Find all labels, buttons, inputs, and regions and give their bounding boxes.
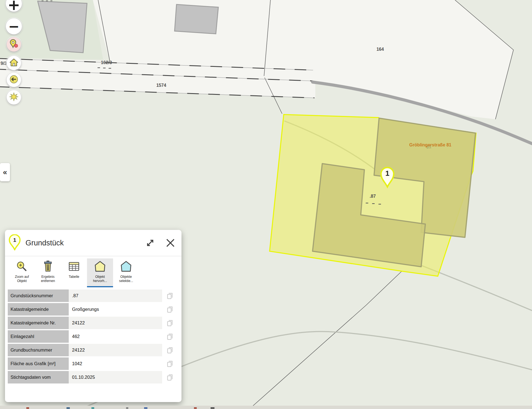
tool-label: Zoom auf <box>15 275 29 279</box>
row-label: Katastralgemeinde <box>8 303 69 316</box>
copy-icon <box>166 360 173 368</box>
table-row: Fläche aus Grafik [m²] 1042 <box>8 357 178 370</box>
close-icon <box>165 237 176 248</box>
copy-icon <box>166 374 173 381</box>
copy-button[interactable] <box>162 357 178 370</box>
row-value: 01.10.2025 <box>69 371 162 383</box>
row-value: 24122 <box>69 344 162 356</box>
copy-icon <box>166 292 173 300</box>
table-row: Grundstücksnummer .87 <box>8 289 178 302</box>
table-icon <box>68 260 80 274</box>
plus-icon: + <box>7 0 20 12</box>
parcel-label-87: .87 <box>370 194 376 199</box>
trash-icon <box>42 260 54 274</box>
compass-star-icon <box>9 92 19 103</box>
tool-label: Objekt <box>17 279 27 283</box>
home-icon <box>9 57 19 69</box>
orientation-button[interactable] <box>7 90 21 105</box>
copy-button[interactable] <box>162 303 178 316</box>
row-value: 462 <box>69 330 162 343</box>
zoom-in-button[interactable]: + <box>6 0 22 12</box>
attribute-table: Grundstücksnummer .87 Katastralgemeinde … <box>8 289 178 383</box>
parcel-label-164: 164 <box>377 47 384 52</box>
expand-icon <box>145 238 155 248</box>
map-pin-red-badge-icon <box>9 39 19 50</box>
highlight-object-button[interactable]: Objekt hervorh... <box>87 258 113 287</box>
panel-header: 1 Grundstück <box>5 230 181 256</box>
result-pin-badge-icon: 1 <box>8 234 21 252</box>
tool-label: selektie... <box>119 279 133 283</box>
close-panel-button[interactable] <box>165 237 176 248</box>
row-label: Stichtagsdaten vom <box>8 371 69 383</box>
tool-label: hervorh... <box>93 279 107 283</box>
panel-toolbar: Zoom auf Objekt Ergebnis entfernen <box>5 256 181 287</box>
copy-button[interactable] <box>162 317 178 329</box>
arrow-left-icon <box>9 74 19 85</box>
table-row: Grundbuchsnummer 24122 <box>8 344 178 356</box>
location-marker-button[interactable] <box>7 37 21 52</box>
tool-label: Objekte <box>120 275 132 279</box>
expand-panel-button[interactable] <box>145 238 155 248</box>
collapse-sidebar-button[interactable]: « <box>0 163 10 181</box>
row-label: Einlagezahl <box>8 330 69 343</box>
copy-icon <box>166 346 173 354</box>
grundstueck-info-panel: 1 Grundstück Zoo <box>5 230 181 402</box>
tool-label: entfernen <box>41 279 55 283</box>
table-row: Katastralgemeinde Nr. 24122 <box>8 317 178 329</box>
building-gray-2 <box>175 4 218 34</box>
pentagon-yellow-icon <box>94 260 106 274</box>
zoom-to-object-button[interactable]: Zoom auf Objekt <box>9 258 35 287</box>
row-value: Großgerungs <box>69 303 162 316</box>
marker-number: 1 <box>385 169 389 177</box>
copy-button[interactable] <box>162 344 178 356</box>
minus-icon: − <box>8 20 19 33</box>
select-objects-button[interactable]: Objekte selektie... <box>113 258 139 287</box>
copy-icon <box>166 333 173 341</box>
zoom-out-button[interactable]: − <box>6 18 22 34</box>
copy-button[interactable] <box>162 289 178 302</box>
row-label: Fläche aus Grafik [m²] <box>8 357 69 370</box>
parcel-label-162-3: 162/3 <box>101 60 112 65</box>
parcel-label-9-3: 9/3 <box>1 61 7 66</box>
copy-button[interactable] <box>162 330 178 343</box>
copy-icon <box>166 319 173 327</box>
row-label: Grundstücksnummer <box>8 289 69 302</box>
row-label: Grundbuchsnummer <box>8 344 69 356</box>
home-button[interactable] <box>7 56 21 70</box>
row-value: .87 <box>69 289 162 302</box>
magnifier-plus-icon <box>16 260 28 274</box>
badge-number: 1 <box>13 237 16 243</box>
panel-title: Grundstück <box>25 239 145 247</box>
chevrons-left-icon: « <box>3 168 7 177</box>
row-value: 24122 <box>69 317 162 329</box>
tool-label: Ergebnis <box>41 275 54 279</box>
copy-icon <box>166 306 173 313</box>
back-button[interactable] <box>7 73 21 87</box>
table-button[interactable]: Tabelle <box>61 258 87 287</box>
pentagon-cyan-icon <box>120 260 132 274</box>
table-row: Stichtagsdaten vom 01.10.2025 <box>8 371 178 383</box>
table-row: Katastralgemeinde Großgerungs <box>8 303 178 316</box>
remove-result-button[interactable]: Ergebnis entfernen <box>35 258 61 287</box>
row-label: Katastralgemeinde Nr. <box>8 317 69 329</box>
row-value: 1042 <box>69 357 162 370</box>
table-row: Einlagezahl 462 <box>8 330 178 343</box>
copy-button[interactable] <box>162 371 178 383</box>
tool-label: Objekt <box>95 275 105 279</box>
parcel-label-1574: 1574 <box>156 83 166 88</box>
bottom-edge-strip <box>0 406 532 409</box>
street-label: Gröblingerstraße 81 <box>409 143 451 147</box>
tool-label: Tabelle <box>69 275 79 279</box>
